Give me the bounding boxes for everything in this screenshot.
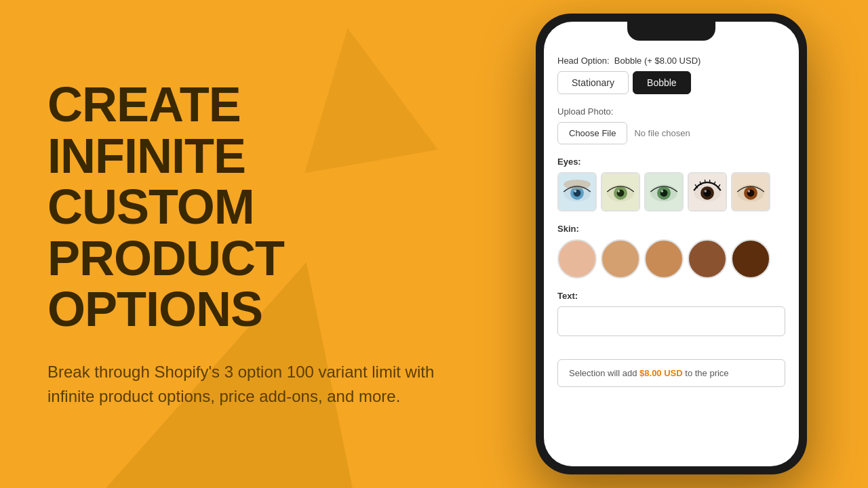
svg-line-23 [705,180,705,183]
head-option-row: Head Option: Bobble (+ $8.00 USD) Statio… [557,56,785,94]
eyes-swatch-row [557,172,785,211]
phone-notch [627,22,715,41]
stationary-button[interactable]: Stationary [557,71,629,94]
head-option-label: Head Option: Bobble (+ $8.00 USD) [557,56,785,66]
svg-point-10 [618,190,620,192]
choose-file-button[interactable]: Choose File [557,122,627,144]
headline-line2: INFINITE CUSTOM [47,129,254,235]
eye-swatch-green[interactable] [644,172,684,211]
price-note-price: $8.00 USD [639,368,683,378]
skin-swatch-1[interactable] [557,239,597,279]
skin-label: Skin: [557,224,785,234]
phone-screen: Head Option: Bobble (+ $8.00 USD) Statio… [544,22,799,466]
svg-point-5 [564,180,591,189]
head-option-value: Bobble (+ $8.00 USD) [614,56,701,66]
skin-swatch-4[interactable] [688,239,727,279]
skin-swatch-row [557,239,785,279]
price-note-suffix: to the price [683,368,729,378]
eye-swatch-dark[interactable] [688,172,727,211]
svg-point-4 [574,190,577,192]
product-ui: Head Option: Bobble (+ $8.00 USD) Statio… [557,56,785,387]
upload-photo-label: Upload Photo: [557,106,785,117]
right-panel: Head Option: Bobble (+ $8.00 USD) Statio… [495,0,868,488]
skin-swatch-2[interactable] [601,239,640,279]
svg-point-31 [748,190,751,192]
headline-line1: CREATE [47,77,241,131]
skin-option-row: Skin: [557,224,785,279]
text-label: Text: [557,291,785,301]
head-option-label-text: Head Option: [557,56,610,66]
skin-swatch-3[interactable] [644,239,684,279]
upload-photo-row: Upload Photo: Choose File No file chosen [557,106,785,144]
eye-swatch-brown[interactable] [731,172,770,211]
eyes-option-row: Eyes: [557,157,785,211]
eye-swatch-green-hazel[interactable] [601,172,640,211]
skin-swatch-5[interactable] [731,239,770,279]
eyes-label: Eyes: [557,157,785,167]
no-file-text: No file chosen [634,128,690,138]
svg-point-15 [661,190,664,192]
text-option-row: Text: [557,291,785,347]
eye-swatch-blue[interactable] [557,172,597,211]
text-input[interactable] [557,306,785,336]
headline: CREATE INFINITE CUSTOM PRODUCT OPTIONS [47,79,448,336]
price-note-prefix: Selection will add [569,368,639,378]
svg-point-20 [705,190,707,192]
headline-line3: PRODUCT OPTIONS [47,231,284,337]
file-upload-row: Choose File No file chosen [557,122,785,144]
subtext: Break through Shopify's 3 option 100 var… [47,360,441,409]
head-option-toggle-group: Stationary Bobble [557,71,785,94]
bobble-button[interactable]: Bobble [633,71,691,94]
phone-mockup: Head Option: Bobble (+ $8.00 USD) Statio… [536,14,807,474]
price-note: Selection will add $8.00 USD to the pric… [557,359,785,387]
left-panel: CREATE INFINITE CUSTOM PRODUCT OPTIONS B… [0,0,495,488]
